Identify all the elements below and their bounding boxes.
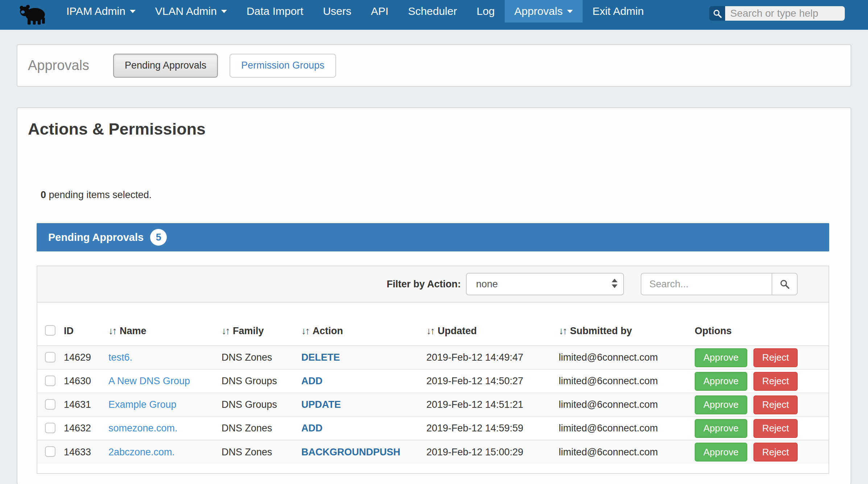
- column-header-label: Name: [120, 325, 146, 336]
- sort-icon[interactable]: ↓↑: [426, 325, 434, 336]
- sort-icon[interactable]: ↓↑: [108, 325, 116, 336]
- table-row: 14633 2abczone.com. DNS Zones BACKGROUND…: [37, 440, 828, 464]
- row-name-link[interactable]: test6.: [108, 352, 132, 363]
- selected-count-text: pending items selected.: [49, 189, 152, 200]
- nav-item-label: VLAN Admin: [155, 5, 217, 17]
- global-search: [709, 6, 845, 21]
- nav-item-ipam-admin[interactable]: IPAM Admin: [57, 0, 145, 22]
- tab-pending-approvals[interactable]: Pending Approvals: [113, 54, 218, 78]
- search-icon: [779, 279, 790, 290]
- page-title: Approvals: [28, 58, 89, 73]
- nav-item-label: IPAM Admin: [66, 5, 125, 17]
- row-id: 14633: [64, 440, 108, 464]
- pending-count-badge: 5: [150, 229, 167, 246]
- nav-item-data-import[interactable]: Data Import: [237, 0, 313, 22]
- row-checkbox[interactable]: [45, 376, 55, 386]
- approve-button[interactable]: Approve: [695, 443, 747, 462]
- row-name-link[interactable]: 2abczone.com.: [108, 447, 175, 458]
- column-header-label: ID: [64, 325, 74, 336]
- row-updated: 2019-Feb-12 14:50:27: [426, 369, 559, 393]
- approvals-table-box: Filter by Action: none: [37, 266, 829, 474]
- actions-permissions-card: Actions & Permissions 0 pending items se…: [17, 107, 851, 484]
- global-search-input[interactable]: [725, 6, 845, 21]
- nav-item-scheduler[interactable]: Scheduler: [398, 0, 467, 22]
- panel-title: Pending Approvals: [48, 231, 144, 243]
- nav-item-exit-admin[interactable]: Exit Admin: [583, 0, 654, 22]
- approve-button[interactable]: Approve: [695, 348, 747, 367]
- table-row: 14630 A New DNS Group DNS Groups ADD 201…: [37, 369, 828, 393]
- row-action: BACKGROUNDPUSH: [301, 447, 400, 458]
- search-icon[interactable]: [709, 6, 725, 21]
- nav-item-label: Log: [476, 5, 495, 17]
- row-submitted-by: limited@6connect.com: [559, 393, 695, 417]
- row-action: UPDATE: [301, 399, 341, 410]
- row-family: DNS Zones: [222, 417, 301, 440]
- top-navbar: IPAM Admin VLAN Admin Data Import Users …: [0, 0, 868, 30]
- row-name-link[interactable]: A New DNS Group: [108, 376, 190, 386]
- reject-button[interactable]: Reject: [753, 443, 798, 462]
- row-checkbox[interactable]: [45, 352, 55, 362]
- action-filter-select[interactable]: none: [466, 273, 624, 295]
- table-header-row: ID ↓↑Name ↓↑Family ↓↑Action ↓↑Updated ↓↑…: [37, 303, 828, 346]
- section-title: Actions & Permissions: [28, 120, 851, 139]
- row-submitted-by: limited@6connect.com: [559, 440, 695, 464]
- nav-item-label: Data Import: [247, 5, 303, 17]
- approve-button[interactable]: Approve: [695, 419, 747, 438]
- row-family: DNS Zones: [222, 346, 301, 369]
- table-row: 14629 test6. DNS Zones DELETE 2019-Feb-1…: [37, 346, 828, 369]
- row-family: DNS Groups: [222, 393, 301, 417]
- row-family: DNS Groups: [222, 369, 301, 393]
- select-all-checkbox[interactable]: [45, 325, 55, 336]
- nav-item-approvals[interactable]: Approvals: [505, 0, 583, 22]
- nav-item-label: API: [371, 5, 388, 17]
- nav-item-log[interactable]: Log: [467, 0, 504, 22]
- approve-button[interactable]: Approve: [695, 372, 747, 391]
- row-checkbox[interactable]: [45, 423, 55, 433]
- nav-item-vlan-admin[interactable]: VLAN Admin: [145, 0, 237, 22]
- table-search-button[interactable]: [772, 273, 798, 295]
- row-name-link[interactable]: somezone.com.: [108, 423, 178, 434]
- action-filter-selected-value: none: [476, 279, 498, 290]
- reject-button[interactable]: Reject: [753, 348, 798, 367]
- tab-permission-groups[interactable]: Permission Groups: [230, 54, 336, 78]
- row-name-link[interactable]: Example Group: [108, 399, 177, 410]
- table-search: [641, 273, 798, 295]
- row-checkbox[interactable]: [45, 399, 55, 410]
- nav-item-users[interactable]: Users: [313, 0, 361, 22]
- sort-icon[interactable]: ↓↑: [559, 325, 566, 336]
- pending-approvals-panel-header: Pending Approvals 5: [37, 223, 829, 251]
- row-family: DNS Zones: [222, 440, 301, 464]
- filter-bar: Filter by Action: none: [37, 266, 828, 303]
- column-header-label: Action: [313, 325, 343, 336]
- column-header-label: Submitted by: [570, 325, 632, 336]
- row-id: 14630: [64, 369, 108, 393]
- reject-button[interactable]: Reject: [753, 395, 798, 414]
- approvals-table: ID ↓↑Name ↓↑Family ↓↑Action ↓↑Updated ↓↑…: [37, 303, 828, 473]
- column-header-label: Options: [695, 325, 732, 336]
- nav-item-label: Scheduler: [408, 5, 457, 17]
- sort-icon[interactable]: ↓↑: [222, 325, 229, 336]
- reject-button[interactable]: Reject: [753, 372, 798, 391]
- page-header-card: Approvals Pending Approvals Permission G…: [17, 44, 851, 87]
- row-action: DELETE: [301, 352, 340, 363]
- table-row: 14632 somezone.com. DNS Zones ADD 2019-F…: [37, 417, 828, 440]
- row-submitted-by: limited@6connect.com: [559, 417, 695, 440]
- row-updated: 2019-Feb-12 14:51:21: [426, 393, 559, 417]
- row-submitted-by: limited@6connect.com: [559, 346, 695, 369]
- chevron-down-icon: [130, 10, 136, 13]
- navbar-menu: IPAM Admin VLAN Admin Data Import Users …: [57, 0, 654, 22]
- filter-label: Filter by Action:: [387, 279, 461, 290]
- nav-item-label: Approvals: [514, 5, 563, 17]
- panda-logo-icon[interactable]: [18, 2, 46, 28]
- up-down-arrows-icon: [612, 279, 617, 288]
- row-action: ADD: [301, 376, 323, 386]
- nav-item-api[interactable]: API: [361, 0, 398, 22]
- row-id: 14632: [64, 417, 108, 440]
- table-search-input[interactable]: [641, 273, 772, 295]
- reject-button[interactable]: Reject: [753, 419, 798, 438]
- approve-button[interactable]: Approve: [695, 395, 747, 414]
- row-action: ADD: [301, 423, 323, 434]
- selected-count-line: 0 pending items selected.: [41, 189, 851, 201]
- row-checkbox[interactable]: [45, 446, 55, 457]
- sort-icon[interactable]: ↓↑: [301, 325, 309, 336]
